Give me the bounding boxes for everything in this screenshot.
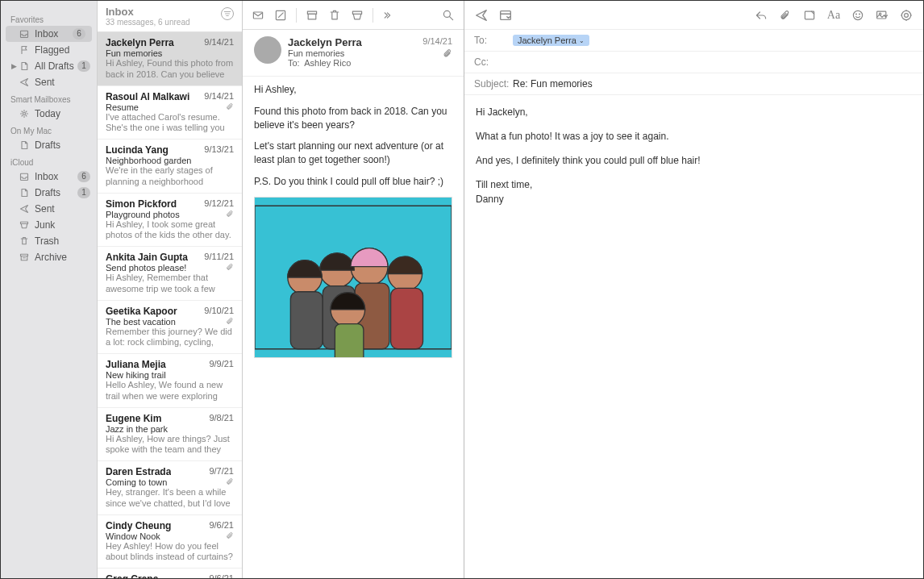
message-preview: Hi Ashley, I took some great photos of t… xyxy=(106,219,234,242)
body-line: P.S. Do you think I could pull off blue … xyxy=(254,175,452,189)
message-row[interactable]: Eugene Kim9/8/21Jazz in the parkHi Ashle… xyxy=(98,408,242,462)
count-badge: 1 xyxy=(77,60,90,72)
count-badge: 6 xyxy=(77,171,90,182)
sidebar-item-drafts[interactable]: Drafts1 xyxy=(1,185,97,201)
message-list[interactable]: Jackelyn Perra9/14/21Fun memoriesHi Ashl… xyxy=(98,32,242,578)
svg-rect-18 xyxy=(391,288,423,348)
attached-photo[interactable] xyxy=(254,197,452,358)
junk-icon[interactable] xyxy=(350,8,364,23)
sidebar-item-label: Sent xyxy=(35,203,90,215)
message-row[interactable]: Daren Estrada9/7/21Coming to townHey, st… xyxy=(98,461,242,515)
link-icon[interactable] xyxy=(899,8,914,23)
sidebar-item-drafts[interactable]: Drafts xyxy=(1,137,97,153)
compose-toolbar: Aa xyxy=(464,1,923,30)
message-from: Simon Pickford xyxy=(106,198,177,210)
send-button[interactable] xyxy=(474,8,489,23)
svg-point-29 xyxy=(905,13,909,17)
recipient-pill[interactable]: Jackelyn Perra⌄ xyxy=(513,35,589,46)
attach-icon[interactable] xyxy=(778,8,793,23)
message-date: 9/9/21 xyxy=(209,359,234,370)
sidebar-item-flagged[interactable]: Flagged xyxy=(1,42,97,58)
message-row[interactable]: Greg Crane9/6/21New ways to take your ph… xyxy=(98,569,242,578)
sidebar-item-sent[interactable]: Sent xyxy=(1,74,97,90)
cc-field[interactable]: Cc: xyxy=(464,52,923,73)
flag-icon xyxy=(19,44,30,56)
subject-value[interactable]: Re: Fun memories xyxy=(513,78,914,90)
message-date: 9/14/21 xyxy=(204,37,234,48)
archive-icon xyxy=(19,252,30,263)
sidebar-item-sent[interactable]: Sent xyxy=(1,201,97,217)
sidebar-item-label: All Drafts xyxy=(35,60,77,72)
message-from: Daren Estrada xyxy=(106,466,171,477)
svg-rect-8 xyxy=(352,11,361,14)
message-row[interactable]: Rasoul Al Malkawi9/14/21ResumeI've attac… xyxy=(98,86,242,140)
message-from: Jackelyn Perra xyxy=(106,37,174,48)
photo-browser-icon[interactable] xyxy=(875,8,889,23)
subject-field[interactable]: Subject: Re: Fun memories xyxy=(464,73,923,95)
to-label: To: xyxy=(474,35,513,46)
message-preview: Hi Ashley, Remember that awesome trip we… xyxy=(106,273,234,295)
sidebar-section-title: On My Mac xyxy=(1,122,97,137)
body-line: Let's start planning our next adventure … xyxy=(254,140,452,167)
font-icon[interactable]: Aa xyxy=(826,8,841,23)
attachment-icon xyxy=(226,477,234,487)
sidebar-item-label: Trash xyxy=(35,235,90,247)
sidebar-item-trash[interactable]: Trash xyxy=(1,233,97,249)
message-date: 9/14/21 xyxy=(422,36,452,46)
svg-point-0 xyxy=(23,113,26,115)
header-fields-button[interactable] xyxy=(498,8,513,23)
message-row[interactable]: Geetika Kapoor9/10/21The best vacationRe… xyxy=(98,301,242,355)
filter-button[interactable] xyxy=(221,7,234,20)
message-row[interactable]: Jackelyn Perra9/14/21Fun memoriesHi Ashl… xyxy=(98,32,242,86)
format-card-icon[interactable] xyxy=(802,8,817,23)
message-subject: Playground photos xyxy=(106,210,180,219)
message-date: 9/12/21 xyxy=(204,198,234,210)
sidebar-section-title: iCloud xyxy=(1,153,97,169)
more-icon[interactable] xyxy=(381,8,396,23)
message-subject: Neighborhood garden xyxy=(106,156,191,165)
message-date: 9/10/21 xyxy=(204,306,234,317)
to-field[interactable]: To: Jackelyn Perra⌄ xyxy=(464,30,923,52)
trash-icon[interactable] xyxy=(327,8,342,23)
junk-icon xyxy=(19,219,30,231)
message-row[interactable]: Cindy Cheung9/6/21Window NookHey Ashley!… xyxy=(98,515,242,569)
compose-body[interactable]: Hi Jackelyn, What a fun photo! It was a … xyxy=(464,95,923,226)
message-row[interactable]: Lucinda Yang9/13/21Neighborhood gardenWe… xyxy=(98,140,242,194)
sidebar-item-today[interactable]: Today xyxy=(1,106,97,122)
sidebar-item-label: Inbox xyxy=(35,28,73,40)
archive-icon[interactable] xyxy=(305,8,319,23)
message-preview: I've attached Carol's resume. She's the … xyxy=(106,112,234,135)
to-label: To: xyxy=(288,58,300,68)
reading-pane: Jackelyn Perra Fun memories To: Ashley R… xyxy=(243,1,464,578)
attachment-icon xyxy=(422,48,452,60)
disclosure-icon[interactable]: ▶ xyxy=(10,62,17,70)
sidebar-item-label: Flagged xyxy=(35,44,90,56)
message-subject: Fun memories xyxy=(106,48,162,58)
sender-name: Jackelyn Perra xyxy=(288,36,422,48)
svg-point-24 xyxy=(856,14,857,15)
sidebar-item-all-drafts[interactable]: ▶All Drafts1 xyxy=(1,58,97,74)
message-subject: Coming to town xyxy=(106,477,167,487)
attachment-icon xyxy=(226,263,234,273)
sidebar-item-junk[interactable]: Junk xyxy=(1,217,97,233)
attachment-icon xyxy=(226,317,234,327)
compose-icon[interactable] xyxy=(273,8,288,23)
svg-point-23 xyxy=(853,10,862,19)
sidebar-section-title: Smart Mailboxes xyxy=(1,90,97,106)
message-row[interactable]: Juliana Mejia9/9/21New hiking trailHello… xyxy=(98,354,242,408)
sidebar-item-label: Sent xyxy=(35,77,90,88)
sidebar-item-inbox[interactable]: Inbox6 xyxy=(1,169,97,185)
message-row[interactable]: Ankita Jain Gupta9/11/21Send photos plea… xyxy=(98,247,242,301)
message-preview: Hey, stranger. It's been a while since w… xyxy=(106,487,234,510)
sidebar-item-inbox[interactable]: Inbox6 xyxy=(6,26,92,42)
message-row[interactable]: Simon Pickford9/12/21Playground photosHi… xyxy=(98,194,242,248)
message-subject: Send photos please! xyxy=(106,263,186,273)
reply-arrow-icon[interactable] xyxy=(754,8,768,23)
search-icon[interactable] xyxy=(441,8,456,23)
message-header: Jackelyn Perra Fun memories To: Ashley R… xyxy=(243,30,464,77)
reply-icon[interactable] xyxy=(251,8,265,23)
svg-point-28 xyxy=(901,10,910,19)
sidebar-item-archive[interactable]: Archive xyxy=(1,249,97,265)
message-date: 9/6/21 xyxy=(209,520,234,531)
emoji-icon[interactable] xyxy=(851,8,865,23)
